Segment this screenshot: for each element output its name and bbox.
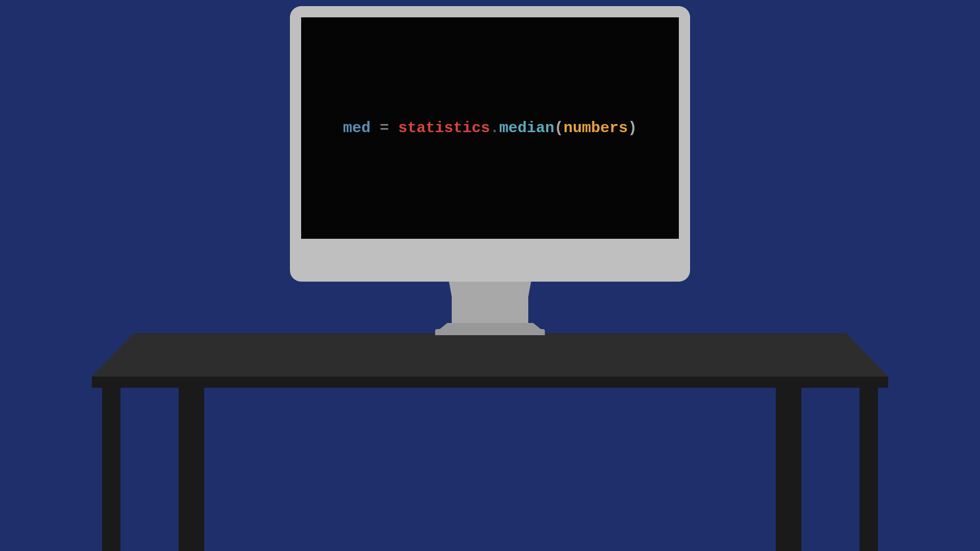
monitor-screen: med = statistics.median(numbers) bbox=[301, 17, 679, 239]
code-module: statistics bbox=[398, 119, 490, 137]
svg-marker-0 bbox=[92, 333, 888, 377]
code-dot: . bbox=[490, 119, 499, 137]
code-operator: = bbox=[371, 119, 398, 137]
monitor-stand-base bbox=[435, 329, 545, 335]
code-line: med = statistics.median(numbers) bbox=[343, 119, 637, 137]
desk-leg bbox=[860, 388, 878, 551]
code-paren-close: ) bbox=[628, 119, 637, 137]
code-argument: numbers bbox=[564, 119, 628, 137]
desk-edge bbox=[92, 377, 888, 388]
desk-leg bbox=[102, 388, 120, 551]
code-method: median bbox=[499, 119, 554, 137]
monitor-neck bbox=[452, 279, 528, 324]
monitor-bezel: med = statistics.median(numbers) bbox=[290, 6, 690, 282]
desk-top bbox=[92, 333, 888, 377]
desk-leg bbox=[776, 387, 801, 551]
code-paren-open: ( bbox=[554, 119, 564, 137]
desk-leg bbox=[179, 387, 204, 551]
code-variable: med bbox=[343, 119, 371, 137]
